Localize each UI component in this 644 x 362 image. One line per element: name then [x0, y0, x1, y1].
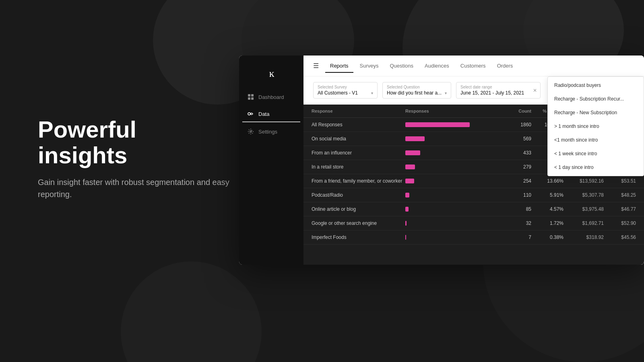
dropdown-item-4[interactable]: <1 month since intro	[548, 133, 644, 147]
main-content: ☰ Reports Surveys Questions Audiences Cu…	[303, 56, 644, 265]
dropdown-item-1[interactable]: Recharge - Subscription Recur...	[548, 92, 644, 106]
cell-extra1: $3,975.48	[564, 206, 604, 212]
sidebar: ĸ Dashboard	[239, 56, 303, 265]
cell-bar	[405, 136, 499, 142]
col-header-count: Count	[499, 109, 531, 113]
cell-response: Podcast/Radio	[312, 192, 405, 198]
cell-count: 254	[499, 178, 531, 184]
survey-dropdown-arrow: ▾	[371, 91, 373, 95]
survey-filter-value: All Customers - V1 ▾	[318, 90, 373, 96]
cell-extra1: $5,307.78	[564, 192, 604, 198]
app-window: ĸ Dashboard	[239, 56, 644, 265]
dropdown-item-6[interactable]: < 1 day since intro	[548, 160, 644, 174]
cell-extra2: $48.25	[604, 192, 636, 198]
cell-bar	[405, 192, 499, 198]
table-row[interactable]: Imperfect Foods 7 0.38% $318.92 $45.56	[303, 230, 644, 245]
dropdown-menu: Radio/podcast buyers Recharge - Subscrip…	[547, 76, 644, 176]
sidebar-nav: Dashboard Data Settings	[239, 89, 303, 139]
cell-pct: 4.57%	[531, 206, 564, 212]
cell-extra2: $53.51	[604, 178, 636, 184]
sidebar-item-settings[interactable]: Settings	[242, 124, 300, 139]
dropdown-item-2[interactable]: Recharge - New Subscription	[548, 106, 644, 119]
cell-bar	[405, 164, 499, 170]
svg-rect-1	[251, 94, 254, 97]
table-row[interactable]: Podcast/Radio 110 5.91% $5,307.78 $48.25	[303, 188, 644, 202]
settings-icon	[247, 128, 254, 135]
hero-subtitle: Gain insight faster with robust segmenta…	[38, 176, 231, 200]
cell-bar	[405, 206, 499, 212]
dropdown-item-0[interactable]: Radio/podcast buyers	[548, 78, 644, 92]
question-filter-label: Selected Question	[387, 85, 447, 89]
question-filter[interactable]: Selected Question How did you first hear…	[382, 82, 451, 99]
cell-count: 85	[499, 206, 531, 212]
cell-extra1: $1,692.71	[564, 220, 604, 226]
col-header-responses: Responses	[405, 109, 499, 113]
col-header-response: Response	[312, 109, 405, 113]
question-filter-value: How did you first hear a... ▾	[387, 90, 447, 96]
cell-bar	[405, 150, 499, 156]
date-range-value: June 15, 2021 - July 15, 2021	[460, 90, 536, 96]
bg-decoration-5	[121, 261, 262, 362]
sidebar-item-dashboard[interactable]: Dashboard	[242, 89, 300, 105]
cell-pct: 0.38%	[531, 234, 564, 240]
cell-bar	[405, 234, 499, 241]
date-range-close-icon[interactable]: ✕	[533, 88, 537, 93]
cell-count: 110	[499, 192, 531, 198]
tab-audiences[interactable]: Audiences	[420, 60, 454, 73]
cell-pct: 13.66%	[531, 178, 564, 184]
cell-extra1: $13,592.16	[564, 178, 604, 184]
cell-count: 32	[499, 220, 531, 226]
cell-response: Google or other search engine	[312, 220, 405, 226]
table-row[interactable]: Online article or blog 85 4.57% $3,975.4…	[303, 202, 644, 216]
dropdown-item-5[interactable]: < 1 week since intro	[548, 147, 644, 160]
cell-bar	[405, 178, 499, 184]
cell-response: Imperfect Foods	[312, 234, 405, 240]
table-row[interactable]: Google or other search engine 32 1.72% $…	[303, 216, 644, 230]
table-row[interactable]: From a friend, family member, or coworke…	[303, 174, 644, 188]
sidebar-dashboard-label: Dashboard	[258, 94, 284, 100]
logo-icon: ĸ	[269, 68, 274, 80]
cell-count: 1860	[499, 122, 531, 128]
svg-point-5	[250, 131, 252, 132]
cell-extra2: $52.90	[604, 220, 636, 226]
filters-row: Selected Survey All Customers - V1 ▾ Sel…	[303, 76, 644, 105]
cell-count: 569	[499, 136, 531, 142]
cell-bar	[405, 220, 499, 226]
cell-bar	[405, 121, 499, 128]
cell-count: 7	[499, 234, 531, 240]
hero-section: Powerful insights Gain insight faster wi…	[38, 117, 231, 200]
tab-reports[interactable]: Reports	[325, 60, 353, 73]
survey-filter[interactable]: Selected Survey All Customers - V1 ▾	[313, 82, 378, 99]
top-bar: ☰ Reports Surveys Questions Audiences Cu…	[303, 56, 644, 76]
cell-pct: 5.91%	[531, 192, 564, 198]
cell-count: 433	[499, 150, 531, 156]
sidebar-data-label: Data	[258, 111, 269, 117]
sidebar-settings-label: Settings	[258, 129, 277, 135]
cell-response: On social media	[312, 136, 405, 142]
dropdown-item-3[interactable]: > 1 month since intro	[548, 119, 644, 133]
tab-questions[interactable]: Questions	[385, 60, 419, 73]
sidebar-logo: ĸ	[239, 64, 303, 89]
cell-extra2: $46.77	[604, 206, 636, 212]
tab-surveys[interactable]: Surveys	[355, 60, 384, 73]
cell-response: From an influencer	[312, 150, 405, 156]
tab-customers[interactable]: Customers	[456, 60, 491, 73]
date-range-filter[interactable]: Select date range June 15, 2021 - July 1…	[456, 82, 541, 99]
cell-count: 279	[499, 164, 531, 170]
hamburger-icon[interactable]: ☰	[313, 62, 319, 70]
sidebar-item-data[interactable]: Data	[242, 106, 300, 122]
cell-response: From a friend, family member, or coworke…	[312, 178, 405, 184]
tab-orders[interactable]: Orders	[492, 60, 518, 73]
svg-rect-2	[248, 97, 250, 100]
survey-filter-label: Selected Survey	[318, 85, 373, 89]
cell-response: In a retail store	[312, 164, 405, 170]
svg-rect-3	[251, 97, 254, 100]
data-icon	[247, 110, 254, 117]
svg-rect-0	[248, 94, 250, 97]
date-range-label: Select date range	[460, 85, 536, 89]
dashboard-icon	[247, 93, 254, 101]
cell-extra1: $318.92	[564, 234, 604, 240]
hero-title: Powerful insights	[38, 117, 231, 168]
cell-pct: 1.72%	[531, 220, 564, 226]
cell-response: Online article or blog	[312, 206, 405, 212]
